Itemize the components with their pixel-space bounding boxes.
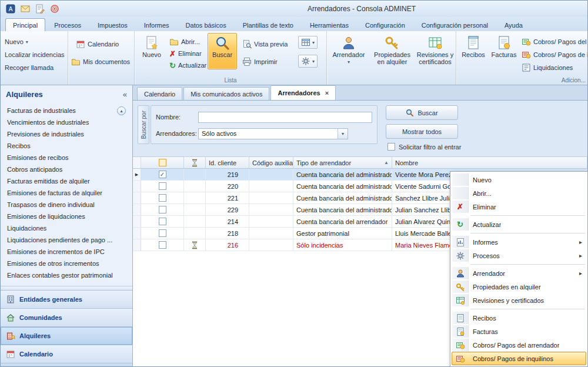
ribbon-tab-herramientas[interactable]: Herramientas xyxy=(302,19,356,31)
mail-icon[interactable] xyxy=(20,4,31,14)
cobros-pagos-arrendador-button[interactable]: Cobros/ Pagos del arrendador xyxy=(520,36,587,48)
row-checkbox[interactable] xyxy=(159,218,166,225)
header-nombre[interactable]: Nombre xyxy=(392,157,587,169)
context-menu-item-cobros-pagos-de-inquilinos[interactable]: Cobros/ Pagos de inquilinos xyxy=(452,352,586,365)
header-status-column[interactable] xyxy=(184,157,206,169)
document-tab-calendario[interactable]: Calendario xyxy=(137,87,182,100)
nuevo-big-button[interactable]: Nuevo xyxy=(138,33,165,69)
calendario-button[interactable]: Calendario xyxy=(74,38,121,50)
context-menu-item-propiedades-en-alquiler[interactable]: Propiedades en alquiler xyxy=(452,280,586,293)
imprimir-button[interactable]: Imprimir xyxy=(240,56,279,68)
document-tab-arrendadores[interactable]: Arrendadores× xyxy=(270,85,336,100)
sidebar-item-cobros-anticipados[interactable]: Cobros anticipados xyxy=(1,164,132,175)
sidebar-item-previsiones-de-industriales[interactable]: Previsiones de industriales xyxy=(1,128,132,140)
header-id-cliente[interactable]: Id. cliente xyxy=(206,157,249,169)
row-checkbox[interactable] xyxy=(159,194,166,202)
sidebar-item-facturas-emitidas-de-alquiler[interactable]: Facturas emitidas de alquiler xyxy=(1,175,132,187)
sidebar-section-alquileres[interactable]: Alquileres xyxy=(1,326,132,345)
cobros-pagos-inquilinos-button[interactable]: Cobros/ Pagos de inquilinos xyxy=(520,49,587,61)
sidebar-item-liquidaciones-pendientes-de-pago[interactable]: Liquidaciones pendientes de pago ... xyxy=(1,234,132,246)
vista-previa-button[interactable]: Vista previa xyxy=(240,38,289,50)
mis-documentos-button[interactable]: Mis documentos xyxy=(69,56,132,68)
row-checkbox-cell[interactable] xyxy=(141,216,184,228)
row-checkbox-cell[interactable] xyxy=(141,192,184,204)
sidebar-item-emisiones-de-otros-incrementos[interactable]: Emisiones de otros incrementos xyxy=(1,258,132,269)
collapse-sidebar-icon[interactable]: « xyxy=(123,90,127,99)
record-call-icon[interactable] xyxy=(49,4,60,14)
row-checkbox[interactable] xyxy=(159,206,166,213)
ribbon-tab-procesos[interactable]: Procesos xyxy=(46,19,89,31)
sidebar-item-emisiones-de-liquidaciones[interactable]: Emisiones de liquidaciones xyxy=(1,211,132,222)
checkbox-icon[interactable] xyxy=(387,143,395,151)
context-menu-item-facturas[interactable]: Facturas xyxy=(452,325,586,338)
row-checkbox[interactable] xyxy=(159,229,166,237)
context-menu-item-revisiones-y-certificados[interactable]: Revisiones y certificados xyxy=(452,293,586,307)
header-tipo-arrendador[interactable]: Tipo de arrendador▲ xyxy=(293,157,392,169)
arrendadores-dropdown[interactable]: Sólo activos ▾ xyxy=(198,128,348,139)
abrir-button[interactable]: Abrir... xyxy=(168,36,202,48)
sidebar-section-comunidades[interactable]: Comunidades xyxy=(1,308,132,326)
settings-dropdown[interactable]: ▾ xyxy=(298,55,318,68)
ribbon-tab-impuestos[interactable]: Impuestos xyxy=(90,19,135,31)
ribbon-tab-ayuda[interactable]: Ayuda xyxy=(497,19,530,31)
sidebar-section-entidades-generales[interactable]: Entidades generales xyxy=(1,290,132,308)
context-menu-item-actualizar[interactable]: ↻Actualizar xyxy=(452,218,586,231)
sidebar-item-emisiones-de-facturas-de-alquiler[interactable]: Emisiones de facturas de alquiler xyxy=(1,187,132,199)
sidebar-item-recibos[interactable]: Recibos xyxy=(1,140,132,152)
scroll-up-icon[interactable]: ▴ xyxy=(117,106,126,115)
row-checkbox[interactable] xyxy=(159,182,166,190)
chevron-down-icon[interactable]: ▾ xyxy=(338,129,348,139)
context-menu-item-eliminar[interactable]: ✗Eliminar xyxy=(452,200,586,213)
header-select-all[interactable] xyxy=(141,157,184,169)
localizar-incidencias-button[interactable]: Localizar incidencias xyxy=(3,49,66,61)
context-menu-item-recibos[interactable]: Recibos xyxy=(452,311,586,325)
select-all-checkbox[interactable] xyxy=(159,159,166,166)
solicitar-filtro-checkbox[interactable]: Solicitar filtro al entrar xyxy=(387,143,461,151)
mostrar-todos-button[interactable]: Mostrar todos xyxy=(386,124,458,139)
ribbon-tab-datos-basicos[interactable]: Datos básicos xyxy=(178,19,234,31)
nuevo-menu-button[interactable]: Nuevo▾ xyxy=(3,36,30,48)
context-menu-item-cobros-pagos-del-arrendador[interactable]: Cobros/ Pagos del arrendador xyxy=(452,338,586,352)
ribbon-tab-configuracion[interactable]: Configuración xyxy=(358,19,413,31)
grid-view-dropdown[interactable]: ▾ xyxy=(298,36,318,49)
row-checkbox-cell[interactable] xyxy=(141,239,184,251)
actualizar-button[interactable]: ↻ Actualizar xyxy=(168,59,208,71)
row-checkbox-cell[interactable] xyxy=(141,204,184,216)
row-checkbox-cell[interactable] xyxy=(141,181,184,192)
sidebar-item-vencimientos-de-industriales[interactable]: Vencimientos de industriales xyxy=(1,116,132,128)
buscar-big-button[interactable]: Buscar xyxy=(208,33,237,69)
sidebar-item-emisiones-de-incrementos-de-ipc[interactable]: Emisiones de incrementos de IPC xyxy=(1,246,132,258)
context-menu-item-procesos[interactable]: Procesos▸ xyxy=(452,249,586,262)
sidebar-item-liquidaciones[interactable]: Liquidaciones xyxy=(1,222,132,234)
context-menu-item-nuevo[interactable]: Nuevo xyxy=(452,173,586,186)
liquidaciones-button[interactable]: Liquidaciones xyxy=(520,62,574,74)
arrendador-big-button[interactable]: Arrendador ▾ xyxy=(330,33,368,69)
row-checkbox-cell[interactable]: ✓ xyxy=(141,169,184,181)
sidebar-item-enlaces-contables-gestor-patrimonial[interactable]: Enlaces contables gestor patrimonial xyxy=(1,269,132,281)
row-checkbox[interactable]: ✓ xyxy=(159,171,166,178)
context-menu-item-arrendador[interactable]: Arrendador▸ xyxy=(452,266,586,280)
eliminar-button[interactable]: ✗ Eliminar xyxy=(168,48,203,59)
sidebar-splitter[interactable] xyxy=(1,286,132,290)
buscar-button[interactable]: Buscar xyxy=(386,105,458,120)
recoger-llamada-button[interactable]: Recoger llamada xyxy=(3,62,55,74)
ribbon-tab-configuracion-personal[interactable]: Configuración personal xyxy=(414,19,496,31)
nombre-input[interactable] xyxy=(198,112,372,123)
sidebar-item-traspasos-de-dinero-individual[interactable]: Traspasos de dinero individual xyxy=(1,199,132,211)
sidebar-section-calendario[interactable]: Calendario xyxy=(1,345,132,363)
context-menu-item-informes[interactable]: Informes▸ xyxy=(452,235,586,249)
propiedades-big-button[interactable]: Propiedades en alquiler xyxy=(372,33,413,69)
header-codigo-auxiliar[interactable]: Código auxiliar xyxy=(249,157,293,169)
ribbon-tab-informes[interactable]: Informes xyxy=(136,19,177,31)
revisiones-big-button[interactable]: Revisiones y certificados xyxy=(415,33,455,69)
row-checkbox[interactable] xyxy=(159,241,166,249)
app-icon[interactable]: A xyxy=(5,4,16,14)
sidebar-item-emisiones-de-recibos[interactable]: Emisiones de recibos xyxy=(1,152,132,164)
recibos-big-button[interactable]: Recibos xyxy=(459,33,487,69)
close-tab-icon[interactable]: × xyxy=(325,89,329,96)
sidebar-item-facturas-de-industriales[interactable]: Facturas de industriales▴ xyxy=(1,105,132,116)
ribbon-tab-plantillas-de-texto[interactable]: Plantillas de texto xyxy=(235,19,301,31)
context-menu-item-abrir[interactable]: Abrir... xyxy=(452,186,586,200)
ribbon-tab-principal[interactable]: Principal xyxy=(5,18,45,32)
document-tab-mis-comunicados-activos[interactable]: Mis comunicados activos xyxy=(183,87,269,100)
